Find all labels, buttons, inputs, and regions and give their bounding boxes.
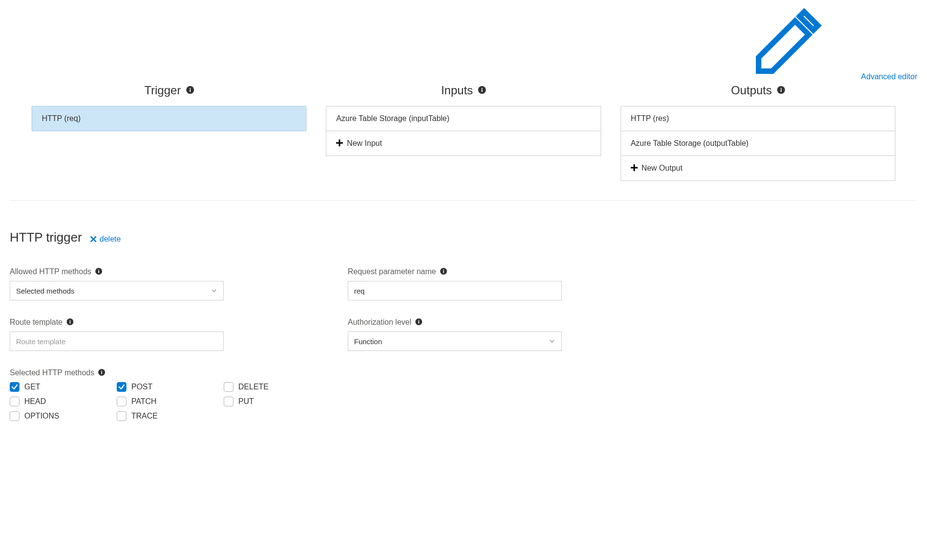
method-checkbox-delete[interactable]: DELETE: [224, 382, 331, 392]
info-icon[interactable]: [440, 268, 447, 275]
detail-form: Allowed HTTP methods Selected methods Re…: [10, 267, 574, 351]
method-label: PATCH: [131, 397, 157, 406]
checkbox: [10, 382, 19, 392]
field-label: Allowed HTTP methods: [10, 267, 236, 276]
edit-icon: [713, 7, 859, 80]
info-icon[interactable]: [777, 83, 785, 91]
check-icon: [11, 384, 18, 390]
route-template-field: Route template: [10, 318, 236, 351]
binding-item[interactable]: HTTP (res): [621, 106, 895, 131]
checkbox: [117, 397, 126, 406]
checkbox: [117, 411, 126, 421]
auth-level-label: Authorization level: [348, 318, 411, 326]
trigger-header-label: Trigger: [144, 84, 181, 97]
binding-item[interactable]: Azure Table Storage (outputTable): [621, 131, 895, 156]
method-checkbox-patch[interactable]: PATCH: [117, 397, 224, 406]
method-label: OPTIONS: [24, 412, 59, 420]
route-template-label: Route template: [10, 318, 63, 326]
auth-level-field: Authorization level Function: [348, 318, 574, 351]
delete-binding-link[interactable]: delete: [90, 235, 121, 244]
info-icon[interactable]: [67, 318, 73, 325]
outputs-column: Outputs HTTP (res) Azure Table Storage (…: [621, 83, 895, 181]
request-param-label: Request parameter name: [348, 267, 436, 276]
trigger-binding-list: HTTP (req): [32, 106, 306, 131]
plus-icon: [336, 140, 343, 146]
outputs-column-header: Outputs: [621, 83, 895, 97]
section-divider: [10, 200, 917, 201]
binding-item[interactable]: HTTP (req): [32, 106, 306, 131]
inputs-column-header: Inputs: [326, 83, 601, 97]
add-input-button[interactable]: New Input: [326, 131, 601, 156]
binding-item-label: HTTP (req): [42, 114, 81, 122]
field-label: Request parameter name: [348, 267, 574, 276]
binding-item-label: Azure Table Storage (inputTable): [336, 114, 449, 122]
method-checkbox-put[interactable]: PUT: [224, 397, 331, 406]
info-icon[interactable]: [478, 83, 486, 91]
advanced-editor-link[interactable]: Advanced editor: [713, 72, 917, 81]
close-icon: [90, 236, 96, 242]
trigger-column: Trigger HTTP (req): [32, 83, 306, 181]
info-icon[interactable]: [186, 83, 194, 91]
selected-methods-section: Selected HTTP methods GETPOSTDELETEHEADP…: [10, 368, 917, 421]
inputs-binding-list: Azure Table Storage (inputTable) New Inp…: [326, 106, 601, 156]
add-output-label: New Output: [642, 164, 682, 172]
binding-item-label: HTTP (res): [631, 114, 669, 122]
request-param-input[interactable]: [348, 281, 562, 300]
inputs-column: Inputs Azure Table Storage (inputTable) …: [326, 83, 601, 181]
info-icon[interactable]: [95, 268, 102, 275]
checkbox: [117, 382, 126, 392]
advanced-editor-label: Advanced editor: [861, 72, 917, 81]
inputs-header-label: Inputs: [441, 84, 473, 97]
method-checkbox-options[interactable]: OPTIONS: [10, 411, 117, 421]
method-label: HEAD: [24, 397, 46, 406]
checkbox: [224, 397, 233, 406]
request-param-field: Request parameter name: [348, 267, 574, 300]
checkbox: [224, 382, 233, 392]
allowed-methods-select[interactable]: Selected methods: [10, 281, 224, 300]
method-label: TRACE: [131, 412, 158, 420]
detail-title: HTTP trigger: [10, 230, 82, 245]
selected-methods-label: Selected HTTP methods: [10, 368, 94, 377]
checkbox: [10, 397, 19, 406]
binding-item-label: Azure Table Storage (outputTable): [631, 139, 749, 147]
info-icon[interactable]: [98, 369, 105, 376]
chevron-down-icon: [211, 287, 217, 294]
allowed-methods-value: Selected methods: [16, 287, 74, 295]
method-checkbox-post[interactable]: POST: [117, 382, 224, 392]
outputs-binding-list: HTTP (res) Azure Table Storage (outputTa…: [621, 106, 895, 181]
detail-header: HTTP trigger delete: [10, 230, 917, 245]
field-label: Route template: [10, 318, 236, 327]
allowed-methods-label: Allowed HTTP methods: [10, 267, 91, 276]
method-label: GET: [24, 383, 40, 391]
add-input-label: New Input: [347, 139, 382, 147]
checkbox: [10, 411, 19, 421]
delete-label: delete: [100, 235, 121, 243]
method-checkbox-get[interactable]: GET: [10, 382, 117, 392]
selected-methods-grid: GETPOSTDELETEHEADPATCHPUTOPTIONSTRACE: [10, 382, 917, 421]
method-label: POST: [131, 383, 153, 391]
method-label: DELETE: [238, 383, 268, 391]
allowed-methods-field: Allowed HTTP methods Selected methods: [10, 267, 236, 300]
chevron-down-icon: [549, 338, 555, 345]
auth-level-select[interactable]: Function: [348, 332, 562, 351]
add-output-button[interactable]: New Output: [621, 156, 895, 181]
method-checkbox-trace[interactable]: TRACE: [117, 411, 224, 421]
field-label: Selected HTTP methods: [10, 368, 917, 377]
route-template-input[interactable]: [10, 332, 224, 351]
method-label: PUT: [238, 397, 254, 406]
auth-level-value: Function: [354, 337, 382, 346]
bindings-columns: Trigger HTTP (req) Inputs Azure Table St…: [10, 83, 917, 181]
check-icon: [118, 384, 125, 390]
info-icon[interactable]: [415, 318, 422, 325]
trigger-column-header: Trigger: [32, 83, 306, 97]
method-checkbox-head[interactable]: HEAD: [10, 397, 117, 406]
field-label: Authorization level: [348, 318, 574, 327]
outputs-header-label: Outputs: [731, 84, 772, 97]
plus-icon: [631, 164, 638, 171]
binding-item[interactable]: Azure Table Storage (inputTable): [326, 106, 601, 131]
